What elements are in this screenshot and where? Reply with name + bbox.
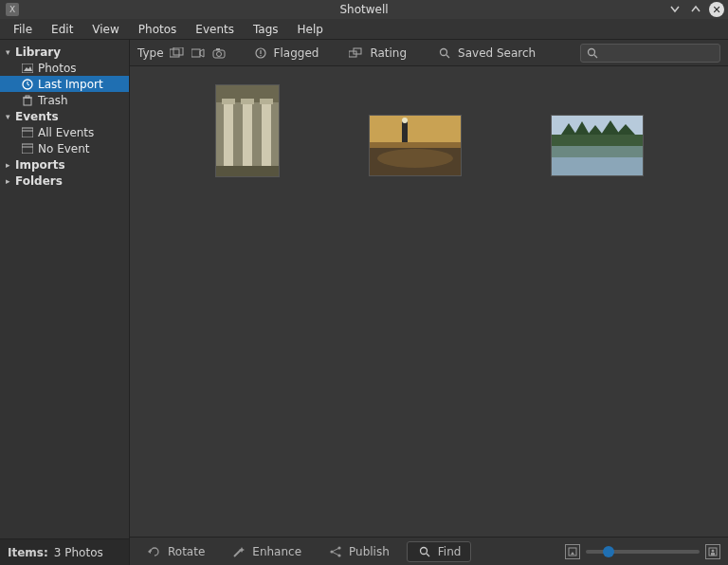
chevron-right-icon: ▸	[6, 160, 15, 170]
menu-events[interactable]: Events	[186, 21, 244, 38]
sidebar-item-trash[interactable]: Trash	[0, 92, 129, 108]
sidebar-item-label: Photos	[38, 62, 76, 75]
thumbnail[interactable]	[216, 85, 279, 176]
svg-rect-34	[241, 99, 254, 104]
flag-icon	[253, 46, 268, 60]
svg-point-41	[377, 149, 453, 168]
trash-icon	[21, 94, 34, 107]
sidebar-group-events[interactable]: ▾Events	[0, 108, 129, 124]
bottom-toolbar: Rotate Enhance Publish Find	[130, 537, 728, 565]
menu-file[interactable]: File	[4, 21, 42, 38]
svg-point-58	[420, 547, 427, 554]
find-icon	[417, 545, 432, 558]
sidebar-item-last-import[interactable]: Last Import	[0, 76, 129, 92]
sidebar: ▾LibraryPhotosLast ImportTrash▾EventsAll…	[0, 40, 130, 565]
svg-point-16	[216, 51, 221, 56]
maximize-button[interactable]	[688, 2, 703, 17]
svg-rect-17	[216, 48, 220, 50]
photo-type-icon[interactable]	[170, 46, 185, 60]
svg-marker-51	[148, 549, 151, 554]
zoom-slider[interactable]	[586, 550, 700, 554]
svg-rect-8	[22, 128, 33, 137]
enhance-icon	[231, 545, 246, 558]
saved-search-filter[interactable]: Saved Search	[433, 45, 539, 62]
calendar-icon	[21, 126, 34, 139]
thumbnail[interactable]	[552, 116, 643, 175]
sidebar-item-photos[interactable]: Photos	[0, 60, 129, 76]
menu-view[interactable]: View	[82, 21, 128, 38]
menu-photos[interactable]: Photos	[129, 21, 186, 38]
svg-rect-33	[222, 99, 235, 104]
share-icon	[328, 545, 343, 558]
chevron-down-icon: ▾	[6, 112, 15, 121]
svg-line-52	[234, 550, 241, 556]
window-controls: ✕	[667, 2, 724, 17]
close-button[interactable]: ✕	[709, 2, 724, 17]
zoom-in-icon[interactable]	[705, 544, 720, 559]
minimize-button[interactable]	[667, 2, 682, 17]
svg-rect-36	[370, 116, 461, 144]
svg-rect-40	[370, 142, 461, 148]
titlebar: X Shotwell ✕	[0, 0, 728, 19]
window-title: Shotwell	[0, 3, 728, 16]
svg-line-4	[27, 84, 29, 85]
sidebar-item-no-event[interactable]: No Event	[0, 140, 129, 156]
svg-rect-31	[262, 102, 271, 169]
rating-label: Rating	[370, 46, 407, 60]
svg-line-24	[446, 55, 449, 58]
sidebar-group-folders[interactable]: ▸Folders	[0, 173, 129, 189]
search-icon	[437, 46, 452, 60]
clock-icon	[21, 78, 34, 91]
rotate-label: Rotate	[168, 545, 205, 558]
rotate-icon	[147, 545, 162, 558]
sidebar-item-all-events[interactable]: All Events	[0, 124, 129, 140]
menu-help[interactable]: Help	[288, 21, 333, 38]
svg-point-63	[712, 549, 715, 552]
photo-grid[interactable]	[130, 66, 728, 537]
svg-rect-14	[191, 49, 200, 57]
rotate-button[interactable]: Rotate	[137, 542, 214, 561]
sidebar-group-imports[interactable]: ▸Imports	[0, 156, 129, 173]
publish-button[interactable]: Publish	[318, 542, 399, 561]
svg-line-57	[333, 552, 338, 555]
chevron-down-icon: ▾	[6, 47, 15, 57]
status-bar: Items: 3 Photos	[0, 538, 129, 565]
zoom-control	[565, 544, 720, 559]
calendar-icon	[21, 142, 34, 155]
sidebar-group-label: Events	[15, 110, 59, 123]
menu-edit[interactable]: Edit	[42, 21, 82, 38]
flagged-label: Flagged	[274, 46, 319, 60]
status-value: 3 Photos	[54, 546, 103, 559]
svg-point-55	[337, 554, 340, 556]
find-button[interactable]: Find	[407, 541, 472, 562]
svg-line-56	[333, 548, 338, 551]
rating-filter[interactable]: Rating	[345, 45, 410, 62]
find-label: Find	[438, 545, 462, 558]
sidebar-item-label: No Event	[38, 142, 90, 155]
svg-marker-1	[24, 66, 32, 71]
svg-rect-5	[24, 98, 31, 105]
flagged-filter[interactable]: Flagged	[249, 45, 323, 62]
svg-line-26	[594, 55, 597, 58]
svg-rect-20	[260, 55, 261, 56]
svg-point-54	[337, 546, 340, 549]
sidebar-group-library[interactable]: ▾Library	[0, 44, 129, 60]
sidebar-item-label: All Events	[38, 126, 94, 139]
enhance-button[interactable]: Enhance	[222, 542, 311, 561]
app-icon: X	[6, 3, 19, 16]
saved-search-label: Saved Search	[458, 46, 536, 60]
sidebar-item-label: Last Import	[38, 78, 103, 91]
sidebar-item-label: Trash	[38, 94, 68, 107]
menu-tags[interactable]: Tags	[244, 21, 288, 38]
sidebar-group-label: Folders	[15, 174, 63, 188]
thumbnail[interactable]	[370, 116, 461, 175]
video-type-icon[interactable]	[191, 46, 206, 60]
svg-rect-64	[711, 553, 715, 556]
svg-rect-10	[22, 144, 33, 154]
raw-type-icon[interactable]	[211, 46, 227, 60]
main-area: Type Flagged Rating Saved Search	[130, 40, 728, 565]
zoom-out-icon[interactable]	[565, 544, 580, 559]
search-input[interactable]	[580, 44, 720, 63]
svg-marker-61	[571, 552, 574, 555]
enhance-label: Enhance	[252, 545, 301, 558]
